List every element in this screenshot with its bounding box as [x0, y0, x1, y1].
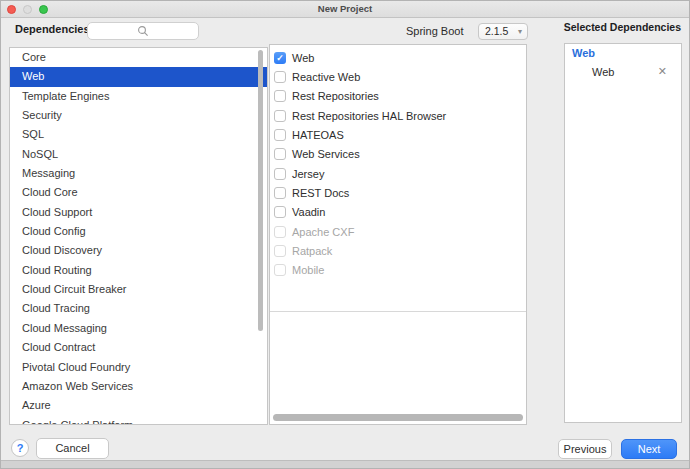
option-label: Web Services [292, 148, 360, 160]
next-button[interactable]: Next [621, 439, 677, 459]
description-divider [270, 311, 526, 312]
category-item-template-engines[interactable]: Template Engines [10, 87, 267, 106]
selected-dependencies-label: Selected Dependencies [564, 21, 681, 33]
checkbox-checked-icon[interactable]: ✓ [274, 52, 286, 64]
category-item-cloud-discovery[interactable]: Cloud Discovery [10, 241, 267, 260]
checkbox-icon[interactable] [274, 168, 286, 180]
category-list: CoreWebTemplate EnginesSecuritySQLNoSQLM… [9, 47, 268, 425]
dependency-option-hateoas[interactable]: HATEOAS [270, 125, 526, 144]
remove-icon[interactable]: ✕ [658, 65, 667, 78]
window-bottom-edge [1, 460, 689, 468]
checkbox-icon[interactable] [274, 90, 286, 102]
category-item-cloud-config[interactable]: Cloud Config [10, 222, 267, 241]
spring-boot-label: Spring Boot [406, 25, 463, 37]
option-label: Mobile [292, 264, 324, 276]
checkbox-icon[interactable] [274, 110, 286, 122]
titlebar: New Project [1, 1, 689, 18]
option-label: Rest Repositories HAL Browser [292, 110, 446, 122]
dependency-option-vaadin[interactable]: Vaadin [270, 203, 526, 222]
spring-boot-version-value: 2.1.5 [485, 24, 508, 39]
category-item-google-cloud-platform[interactable]: Google Cloud Platform [10, 416, 267, 425]
dependency-option-jersey[interactable]: Jersey [270, 164, 526, 183]
category-item-nosql[interactable]: NoSQL [10, 145, 267, 164]
category-item-security[interactable]: Security [10, 106, 267, 125]
option-label: REST Docs [292, 187, 349, 199]
category-item-cloud-support[interactable]: Cloud Support [10, 203, 267, 222]
dependency-option-mobile: Mobile [270, 261, 526, 280]
help-button[interactable]: ? [11, 439, 29, 457]
category-item-cloud-core[interactable]: Cloud Core [10, 183, 267, 202]
option-label: Reactive Web [292, 71, 360, 83]
dependency-option-rest-repositories-hal-browser[interactable]: Rest Repositories HAL Browser [270, 106, 526, 125]
option-label: Rest Repositories [292, 90, 379, 102]
category-item-cloud-messaging[interactable]: Cloud Messaging [10, 319, 267, 338]
selected-list: WebWeb✕ [564, 43, 682, 423]
category-item-cloud-circuit-breaker[interactable]: Cloud Circuit Breaker [10, 280, 267, 299]
category-item-cloud-contract[interactable]: Cloud Contract [10, 338, 267, 357]
dependency-option-reactive-web[interactable]: Reactive Web [270, 67, 526, 86]
category-item-messaging[interactable]: Messaging [10, 164, 267, 183]
checkbox-icon[interactable] [274, 187, 286, 199]
search-field[interactable] [87, 22, 199, 40]
category-item-pivotal-cloud-foundry[interactable]: Pivotal Cloud Foundry [10, 358, 267, 377]
dependency-option-rest-docs[interactable]: REST Docs [270, 183, 526, 202]
spring-boot-version-select[interactable]: 2.1.5 ▾ [478, 23, 528, 40]
options-panel: ✓WebReactive WebRest RepositoriesRest Re… [269, 44, 527, 425]
option-label: Web [292, 52, 314, 64]
close-button[interactable] [7, 5, 16, 14]
checkbox-icon [274, 245, 286, 257]
category-item-sql[interactable]: SQL [10, 125, 267, 144]
category-item-core[interactable]: Core [10, 48, 267, 67]
dependency-option-apache-cxf: Apache CXF [270, 222, 526, 241]
selected-item-web: Web✕ [565, 62, 681, 81]
chevron-down-icon: ▾ [518, 24, 522, 39]
category-item-amazon-web-services[interactable]: Amazon Web Services [10, 377, 267, 396]
option-label: Jersey [292, 168, 324, 180]
option-label: HATEOAS [292, 129, 344, 141]
zoom-button[interactable] [39, 5, 48, 14]
option-label: Ratpack [292, 245, 332, 257]
category-item-azure[interactable]: Azure [10, 396, 267, 415]
category-item-web[interactable]: Web [10, 67, 267, 86]
vertical-scrollbar[interactable] [258, 50, 263, 331]
checkbox-icon[interactable] [274, 206, 286, 218]
cancel-button[interactable]: Cancel [36, 438, 109, 459]
horizontal-scrollbar[interactable] [273, 414, 523, 421]
dependency-search-input[interactable] [88, 23, 198, 39]
minimize-button [23, 5, 32, 14]
option-list: ✓WebReactive WebRest RepositoriesRest Re… [270, 48, 526, 280]
dependency-option-web[interactable]: ✓Web [270, 48, 526, 67]
checkbox-icon [274, 264, 286, 276]
selected-group-web: Web [565, 45, 681, 62]
new-project-dialog: New Project Dependencies Spring Boot 2.1… [0, 0, 690, 469]
dependency-option-rest-repositories[interactable]: Rest Repositories [270, 87, 526, 106]
previous-button[interactable]: Previous [558, 439, 612, 459]
dependencies-label: Dependencies [15, 23, 90, 35]
category-item-cloud-routing[interactable]: Cloud Routing [10, 261, 267, 280]
checkbox-icon[interactable] [274, 148, 286, 160]
option-label: Apache CXF [292, 226, 354, 238]
checkbox-icon[interactable] [274, 129, 286, 141]
option-label: Vaadin [292, 206, 325, 218]
checkbox-icon [274, 226, 286, 238]
selected-item-label: Web [592, 66, 658, 78]
category-item-cloud-tracing[interactable]: Cloud Tracing [10, 299, 267, 318]
dependency-option-ratpack: Ratpack [270, 241, 526, 260]
checkbox-icon[interactable] [274, 71, 286, 83]
dependency-option-web-services[interactable]: Web Services [270, 145, 526, 164]
window-title: New Project [1, 1, 689, 17]
